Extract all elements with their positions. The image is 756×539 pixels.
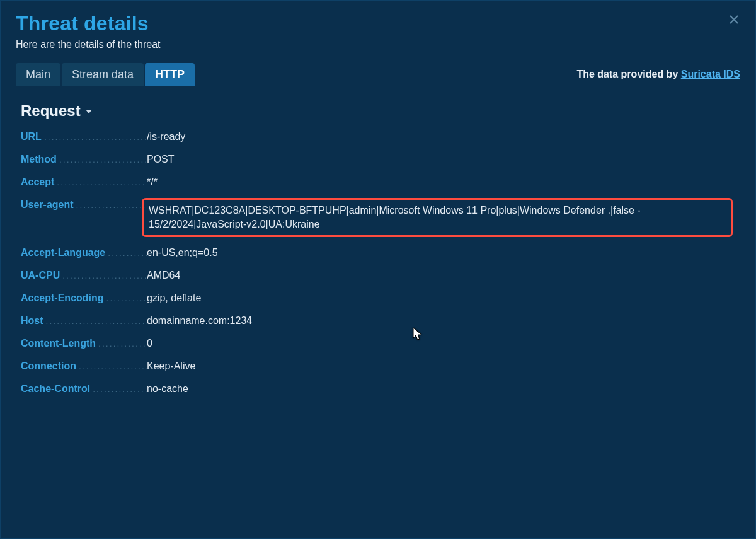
kv-row: UA-CPU..................................… [21, 269, 738, 282]
kv-value: Keep-Alive [147, 359, 738, 373]
tabs-row: MainStream dataHTTP The data provided by… [1, 62, 755, 87]
kv-key: Accept-Language [21, 246, 105, 260]
page-subtitle: Here are the details of the threat [16, 39, 740, 50]
kv-key: Content-Length [21, 337, 96, 351]
kv-value-highlighted: WSHRAT|DC123C8A|DESKTOP-BFTPUHP|admin|Mi… [142, 198, 733, 237]
kv-key: Method [21, 153, 57, 166]
kv-row: Connection..............................… [21, 359, 738, 373]
kv-dots: .................................... [57, 153, 147, 166]
kv-key: URL [21, 130, 42, 144]
kv-key-wrap: Method..................................… [21, 153, 147, 166]
kv-dots: .................................... [96, 337, 147, 351]
kv-key-wrap: Connection..............................… [21, 359, 147, 373]
kv-key-wrap: Accept-Encoding.........................… [21, 291, 147, 305]
kv-dots: .................................... [54, 175, 147, 189]
kv-row: Cache-Control...........................… [21, 382, 738, 396]
kv-value: no-cache [147, 382, 738, 396]
tab-stream-data[interactable]: Stream data [62, 63, 144, 86]
kv-key: User-agent [21, 198, 74, 212]
kv-key-wrap: Content-Length..........................… [21, 337, 147, 351]
panel-header: Threat details Here are the details of t… [1, 1, 755, 55]
kv-key: Accept-Encoding [21, 291, 104, 305]
kv-key-wrap: Accept..................................… [21, 175, 147, 189]
kv-row: URL..................................../… [21, 130, 738, 144]
kv-key: Connection [21, 359, 76, 373]
kv-value: */* [147, 175, 738, 189]
threat-details-panel: Threat details Here are the details of t… [0, 0, 756, 539]
panel-body: Request URL.............................… [1, 87, 755, 396]
kv-dots: .................................... [104, 291, 147, 305]
kv-dots: .................................... [42, 130, 147, 144]
kv-key-wrap: Host.................................... [21, 314, 147, 328]
kv-dots: .................................... [105, 246, 147, 260]
kv-row: Accept..................................… [21, 175, 738, 189]
chevron-down-icon [86, 110, 92, 113]
kv-key-wrap: Accept-Language.........................… [21, 246, 147, 260]
kv-row: Method..................................… [21, 153, 738, 166]
kv-value: domainname.com:1234 [147, 314, 738, 328]
kv-dots: .................................... [43, 314, 147, 328]
kv-row: Accept-Encoding.........................… [21, 291, 738, 305]
tabs: MainStream dataHTTP [16, 63, 195, 86]
kv-value: 0 [147, 337, 738, 351]
data-provider-label: The data provided by Suricata IDS [576, 69, 740, 80]
section-title-text: Request [21, 102, 81, 120]
kv-row: User-agent..............................… [21, 198, 738, 237]
kv-value: AMD64 [147, 269, 738, 282]
kv-dots: .................................... [74, 198, 147, 212]
kv-key: Cache-Control [21, 382, 90, 396]
kv-dots: .................................... [90, 382, 147, 396]
close-button[interactable] [728, 14, 740, 27]
request-kv-list: URL..................................../… [18, 130, 738, 396]
kv-row: Content-Length..........................… [21, 337, 738, 351]
tab-http[interactable]: HTTP [145, 63, 195, 86]
page-title: Threat details [16, 12, 740, 35]
provider-prefix: The data provided by [576, 69, 680, 79]
kv-key-wrap: User-agent..............................… [21, 198, 147, 212]
kv-key-wrap: Cache-Control...........................… [21, 382, 147, 396]
kv-dots: .................................... [60, 269, 147, 282]
kv-value: /is-ready [147, 130, 738, 144]
kv-value: gzip, deflate [147, 291, 738, 305]
provider-link[interactable]: Suricata IDS [681, 69, 740, 79]
tab-main[interactable]: Main [16, 63, 60, 86]
kv-key: Host [21, 314, 43, 328]
kv-value: en-US,en;q=0.5 [147, 246, 738, 260]
kv-row: Accept-Language.........................… [21, 246, 738, 260]
kv-key-wrap: URL.................................... [21, 130, 147, 144]
kv-key-wrap: UA-CPU..................................… [21, 269, 147, 282]
kv-row: Host....................................… [21, 314, 738, 328]
kv-value: POST [147, 153, 738, 166]
kv-dots: .................................... [76, 359, 147, 373]
kv-key: UA-CPU [21, 269, 60, 282]
kv-key: Accept [21, 175, 54, 189]
request-section-toggle[interactable]: Request [21, 102, 738, 120]
